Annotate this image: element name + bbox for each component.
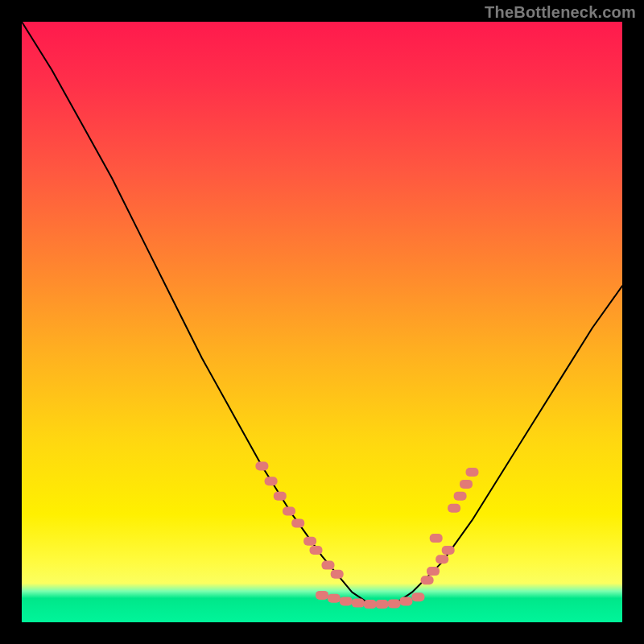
scatter-point xyxy=(411,592,424,601)
scatter-point xyxy=(454,492,467,501)
scatter-point xyxy=(328,594,341,603)
scatter-point xyxy=(283,507,295,516)
scatter-point xyxy=(265,477,278,485)
chart-svg xyxy=(22,22,622,622)
scatter-point xyxy=(364,600,377,609)
scatter-point xyxy=(460,480,473,489)
scatter-point xyxy=(255,462,268,471)
scatter-point xyxy=(376,600,389,609)
scatter-point xyxy=(331,570,344,579)
scatter-point xyxy=(388,599,401,608)
scatter-point xyxy=(436,555,448,564)
scatter-point xyxy=(316,591,328,600)
scatter-point xyxy=(352,599,365,608)
scatter-point xyxy=(442,546,455,555)
scatter-point xyxy=(421,576,434,584)
scatter-point xyxy=(466,468,479,477)
scatter-point xyxy=(274,492,287,501)
scatter-point xyxy=(322,561,335,570)
watermark-text: TheBottleneck.com xyxy=(485,3,636,22)
scatter-point xyxy=(427,567,440,576)
scatter-point xyxy=(399,597,412,605)
bottleneck-curve xyxy=(22,22,622,605)
curve-path xyxy=(22,22,622,605)
scatter-point xyxy=(340,597,353,605)
scatter-points xyxy=(255,462,478,609)
chart-frame: TheBottleneck.com xyxy=(0,0,644,644)
scatter-point xyxy=(448,504,460,513)
scatter-point xyxy=(430,534,443,543)
scatter-point xyxy=(291,518,304,527)
scatter-point xyxy=(310,546,323,555)
scatter-point xyxy=(303,537,316,546)
